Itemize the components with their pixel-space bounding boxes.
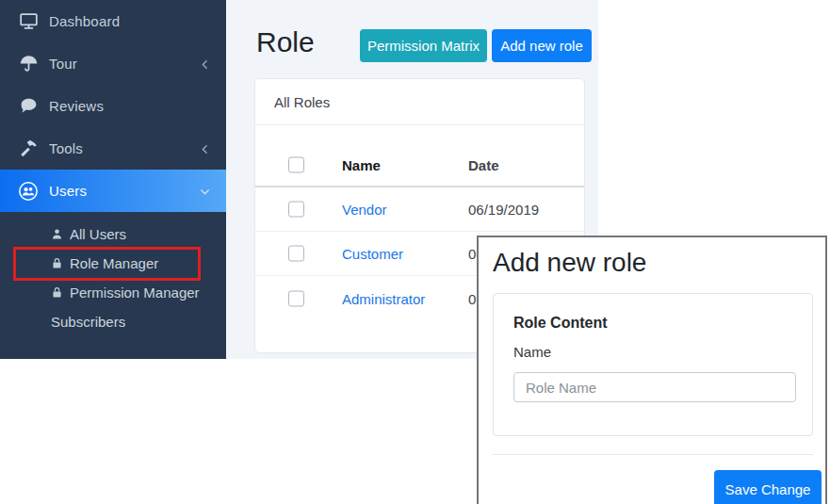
column-header-date: Date xyxy=(468,156,499,172)
sidebar-item-users[interactable]: Users xyxy=(0,170,226,212)
submenu-item-label: All Users xyxy=(70,226,126,242)
hammer-icon xyxy=(18,138,39,159)
save-change-button[interactable]: Save Change xyxy=(714,470,822,504)
user-icon xyxy=(51,228,64,241)
submenu-item-role-manager[interactable]: Role Manager xyxy=(0,249,226,278)
modal-title: Add new role xyxy=(493,248,825,278)
role-link-customer[interactable]: Customer xyxy=(342,246,403,262)
users-icon xyxy=(18,181,39,202)
chevron-down-icon xyxy=(199,185,211,197)
lock-icon xyxy=(51,286,64,300)
chevron-left-icon xyxy=(199,57,211,70)
sidebar-item-label: Tools xyxy=(49,140,199,156)
column-header-name: Name xyxy=(342,156,381,172)
role-content-card: Role Content Name xyxy=(493,293,813,436)
role-link-vendor[interactable]: Vendor xyxy=(342,202,387,218)
card-header: All Roles xyxy=(255,79,584,125)
table-header-row: Name Date xyxy=(255,143,584,187)
table-row: Vendor 06/19/2019 xyxy=(255,187,584,232)
umbrella-icon xyxy=(18,54,39,74)
sidebar-item-tour[interactable]: Tour xyxy=(0,42,226,85)
submenu-item-label: Permission Manager xyxy=(70,285,200,301)
lock-icon xyxy=(51,257,64,270)
chat-icon xyxy=(18,96,39,117)
select-all-checkbox[interactable] xyxy=(288,156,304,172)
role-name-input[interactable] xyxy=(513,372,796,402)
users-submenu: All Users Role Manager Permission Manage… xyxy=(0,212,226,336)
add-new-role-button[interactable]: Add new role xyxy=(492,29,592,62)
name-field-label: Name xyxy=(513,344,812,360)
row-checkbox[interactable] xyxy=(288,246,304,262)
sidebar-item-reviews[interactable]: Reviews xyxy=(0,85,226,127)
page-title: Role xyxy=(256,26,315,58)
role-date: 06/19/2019 xyxy=(468,202,539,218)
row-checkbox[interactable] xyxy=(288,202,304,218)
submenu-item-subscribers[interactable]: Subscribers xyxy=(0,307,226,336)
monitor-icon xyxy=(18,11,39,32)
sidebar-item-label: Reviews xyxy=(49,98,211,114)
sidebar: Dashboard Tour Reviews Tools Users xyxy=(0,0,226,359)
permission-matrix-button[interactable]: Permission Matrix xyxy=(360,29,487,62)
section-title: Role Content xyxy=(513,315,812,332)
sidebar-item-dashboard[interactable]: Dashboard xyxy=(0,0,226,42)
modal-divider xyxy=(493,454,813,455)
submenu-item-label: Role Manager xyxy=(70,255,158,271)
sidebar-item-label: Users xyxy=(49,183,199,199)
add-new-role-modal: Add new role Role Content Name Save Chan… xyxy=(477,236,827,504)
submenu-item-permission-manager[interactable]: Permission Manager xyxy=(0,278,226,307)
submenu-item-label: Subscribers xyxy=(51,314,125,330)
row-checkbox[interactable] xyxy=(288,290,304,306)
chevron-left-icon xyxy=(199,142,211,154)
sidebar-item-label: Dashboard xyxy=(49,13,211,29)
sidebar-item-tools[interactable]: Tools xyxy=(0,127,226,170)
sidebar-item-label: Tour xyxy=(49,56,199,72)
submenu-item-all-users[interactable]: All Users xyxy=(0,219,226,249)
role-link-administrator[interactable]: Administrator xyxy=(342,290,425,306)
